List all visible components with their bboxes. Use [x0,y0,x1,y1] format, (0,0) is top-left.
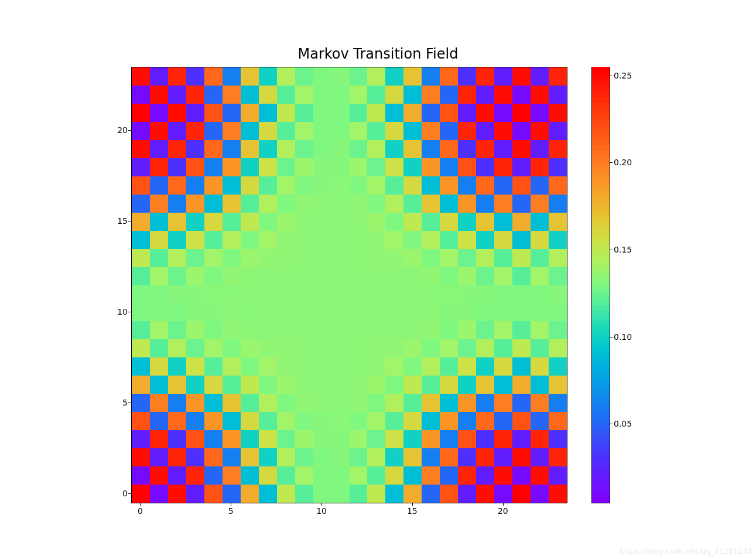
heatmap-cell [440,104,458,122]
heatmap-cell [476,394,494,412]
heatmap-cell [403,67,422,86]
heatmap-cell [277,321,295,339]
heatmap-cell [422,339,440,357]
heatmap-cell [331,104,350,122]
heatmap-cell [186,430,204,448]
heatmap-cell [531,67,549,86]
heatmap-cell [494,339,512,357]
heatmap-cell [223,339,241,357]
heatmap-cell [549,448,567,466]
heatmap-cell [204,448,223,466]
heatmap-cell [440,357,458,376]
heatmap-cell [204,285,223,304]
heatmap-cell [458,357,476,376]
heatmap-cell [458,195,476,213]
heatmap-cell [223,122,241,140]
heatmap-cell [422,485,440,503]
heatmap-cell [241,231,259,249]
heatmap-cell [494,86,512,104]
heatmap-cell [531,394,549,412]
heatmap-cell [512,122,531,140]
heatmap-cell [204,86,223,104]
heatmap-cell [531,412,549,430]
heatmap-cell [331,285,350,304]
heatmap-cell [186,448,204,466]
heatmap-cell [549,303,567,321]
heatmap-cell [132,86,150,104]
heatmap-cell [367,394,385,412]
heatmap-cell [549,195,567,213]
heatmap-cell [277,394,295,412]
heatmap-cell [204,321,223,339]
heatmap-cell [313,321,331,339]
heatmap-cell [494,122,512,140]
heatmap-cell [295,158,313,176]
heatmap-cell [440,249,458,267]
heatmap-cell [259,158,277,176]
heatmap-cell [241,412,259,430]
heatmap-cell [204,485,223,503]
heatmap-cell [422,303,440,321]
heatmap-cell [512,67,531,86]
heatmap-cell [241,176,259,195]
colorbar-tick-label: 0.15 [614,245,632,254]
heatmap-cell [295,430,313,448]
heatmap-cell [403,394,422,412]
heatmap-cell [549,376,567,394]
heatmap-cell [403,267,422,285]
heatmap-cell [168,394,186,412]
heatmap-cell [512,195,531,213]
heatmap-cell [331,448,350,466]
heatmap-cell [259,357,277,376]
heatmap-cell [440,122,458,140]
heatmap-cell [204,122,223,140]
colorbar-tick-mark [610,424,613,424]
heatmap-cell [350,285,368,304]
heatmap-cell [422,213,440,231]
heatmap-cell [241,376,259,394]
heatmap-cell [132,67,150,86]
heatmap-cell [295,213,313,231]
heatmap-cell [350,195,368,213]
heatmap-cell [295,303,313,321]
heatmap-cell [403,339,422,357]
heatmap-cell [350,86,368,104]
heatmap-cell [331,176,350,195]
heatmap-cell [259,303,277,321]
heatmap-cell [422,195,440,213]
figure: Markov Transition Field 05101520 0510152… [0,0,756,559]
heatmap-cell [241,213,259,231]
heatmap-cell [494,376,512,394]
heatmap-cell [295,122,313,140]
heatmap-cell [350,357,368,376]
heatmap-cell [277,176,295,195]
heatmap-cell [259,339,277,357]
heatmap-cell [476,267,494,285]
heatmap-cell [476,466,494,485]
heatmap-cell [150,357,168,376]
heatmap-cell [295,394,313,412]
heatmap-cell [331,303,350,321]
heatmap-cell [204,104,223,122]
heatmap-cell [150,122,168,140]
heatmap-cell [350,485,368,503]
y-tick-mark [128,493,131,494]
heatmap-cell [494,140,512,158]
heatmap-cell [186,122,204,140]
heatmap-cell [531,158,549,176]
heatmap-cell [367,122,385,140]
heatmap-cell [132,357,150,376]
heatmap-cell [223,485,241,503]
heatmap-cell [476,285,494,304]
heatmap-cell [512,485,531,503]
heatmap-cell [385,485,403,503]
heatmap-cell [512,339,531,357]
x-tick-mark [321,503,322,506]
heatmap-cell [403,195,422,213]
heatmap-cell [549,176,567,195]
heatmap-cell [277,339,295,357]
heatmap-cell [132,195,150,213]
heatmap-cell [385,231,403,249]
heatmap-cell [168,86,186,104]
heatmap-cell [223,448,241,466]
